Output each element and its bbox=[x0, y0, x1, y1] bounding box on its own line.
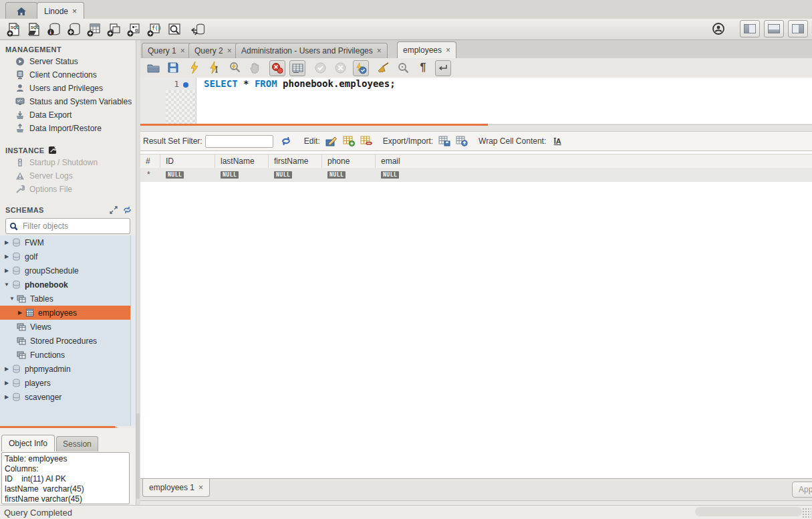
sidebar-item-options-file[interactable]: Options File bbox=[0, 183, 136, 196]
collapse-arrow-icon[interactable]: ▼ bbox=[3, 282, 11, 288]
sidebar-item-server-logs[interactable]: Server Logs bbox=[0, 169, 136, 183]
horizontal-scrollbar-thumb[interactable] bbox=[695, 507, 802, 516]
schema-fwm[interactable]: ▶FWM bbox=[0, 235, 136, 249]
open-file-button[interactable] bbox=[146, 60, 160, 75]
column-header-firstname[interactable]: firstName bbox=[269, 154, 322, 168]
apply-button[interactable]: Apply bbox=[792, 482, 812, 498]
tab-employees[interactable]: employees × bbox=[397, 41, 456, 58]
explain-plan-button[interactable] bbox=[227, 60, 242, 75]
open-sql-script-button[interactable]: SQL bbox=[24, 21, 44, 38]
edit-cell-button[interactable] bbox=[324, 134, 339, 148]
folder-functions[interactable]: Functions bbox=[0, 348, 136, 362]
sidebar-item-client-connections[interactable]: Client Connections bbox=[0, 68, 136, 82]
home-tab[interactable] bbox=[5, 2, 37, 19]
close-icon[interactable]: × bbox=[377, 46, 382, 56]
tab-session[interactable]: Session bbox=[56, 436, 98, 451]
schema-groupschedule[interactable]: ▶groupSchedule bbox=[0, 264, 136, 278]
refresh-schemas-icon[interactable] bbox=[123, 206, 132, 214]
expand-arrow-icon[interactable]: ▶ bbox=[3, 366, 11, 372]
schema-players[interactable]: ▶players bbox=[0, 376, 136, 390]
column-header-rownum[interactable]: # bbox=[140, 154, 160, 168]
close-icon[interactable]: × bbox=[198, 483, 203, 492]
search-table-data-button[interactable] bbox=[164, 21, 184, 38]
null-value-badge[interactable]: NULL bbox=[327, 171, 346, 179]
limit-rows-button[interactable] bbox=[289, 60, 305, 76]
sidebar-item-data-import[interactable]: Data Import/Restore bbox=[0, 122, 136, 135]
null-value-badge[interactable]: NULL bbox=[166, 171, 184, 179]
expand-schemas-icon[interactable] bbox=[110, 206, 118, 214]
expand-arrow-icon[interactable]: ▶ bbox=[3, 253, 11, 260]
schema-phpmyadmin[interactable]: ▶phpmyadmin bbox=[0, 362, 136, 376]
sql-editor[interactable]: 1 SELECT * FROM phonebook.employees; bbox=[140, 78, 812, 124]
tab-administration[interactable]: Administration - Users and Privileges × bbox=[235, 43, 388, 58]
create-schema-button[interactable] bbox=[64, 21, 84, 38]
schema-scavenger[interactable]: ▶scavenger bbox=[0, 390, 136, 404]
expand-arrow-icon[interactable]: ▶ bbox=[3, 394, 11, 400]
create-table-button[interactable] bbox=[84, 21, 104, 38]
new-sql-tab-button[interactable]: SQL bbox=[4, 21, 24, 38]
close-icon[interactable]: × bbox=[446, 45, 450, 55]
reconnect-dbms-button[interactable] bbox=[188, 21, 209, 38]
delete-row-button[interactable] bbox=[359, 134, 374, 148]
expand-arrow-icon[interactable]: ▶ bbox=[3, 380, 11, 386]
toggle-invisible-chars-button[interactable]: ¶ bbox=[416, 60, 430, 75]
expand-arrow-icon[interactable]: ▶ bbox=[3, 268, 11, 274]
add-row-button[interactable] bbox=[342, 134, 356, 148]
rollback-button[interactable] bbox=[333, 60, 348, 75]
import-records-button[interactable] bbox=[454, 134, 469, 148]
execute-current-statement-button[interactable] bbox=[207, 60, 222, 75]
find-button[interactable] bbox=[396, 60, 410, 75]
null-value-badge[interactable]: NULL bbox=[381, 171, 399, 179]
tab-object-info[interactable]: Object Info bbox=[1, 435, 55, 451]
stop-query-button[interactable] bbox=[247, 60, 262, 75]
tab-query-1[interactable]: Query 1 × bbox=[142, 43, 191, 58]
column-header-lastname[interactable]: lastName bbox=[215, 154, 269, 168]
close-icon[interactable]: × bbox=[72, 7, 77, 16]
sidebar-item-users-privileges[interactable]: Users and Privileges bbox=[0, 82, 136, 95]
tree-scrollbar[interactable] bbox=[130, 235, 136, 426]
collapse-arrow-icon[interactable]: ▼ bbox=[8, 296, 16, 302]
schema-phonebook[interactable]: ▼phonebook bbox=[0, 278, 136, 292]
create-function-button[interactable]: f() bbox=[144, 21, 164, 38]
toggle-autocommit-button[interactable] bbox=[353, 60, 369, 76]
tab-result-employees-1[interactable]: employees 1 × bbox=[142, 479, 210, 497]
close-icon[interactable]: × bbox=[227, 46, 232, 56]
column-header-email[interactable]: email bbox=[376, 154, 812, 168]
close-icon[interactable]: × bbox=[180, 46, 185, 56]
sidebar-item-data-export[interactable]: Data Export bbox=[0, 108, 136, 122]
folder-views[interactable]: Views bbox=[0, 320, 136, 334]
new-row-placeholder[interactable]: * NULL NULL NULL NULL NULL bbox=[140, 168, 812, 182]
connection-tab[interactable]: Linode × bbox=[37, 2, 84, 19]
toggle-left-panel-button[interactable] bbox=[740, 20, 760, 37]
refresh-results-icon[interactable] bbox=[279, 134, 293, 148]
result-filter-input[interactable] bbox=[205, 135, 273, 148]
export-results-button[interactable] bbox=[437, 134, 452, 148]
column-header-id[interactable]: ID bbox=[160, 154, 215, 168]
sidebar-item-startup-shutdown[interactable]: Startup / Shutdown bbox=[0, 156, 136, 169]
sidebar-item-server-status[interactable]: Server Status bbox=[0, 55, 136, 68]
schema-golf[interactable]: ▶golf bbox=[0, 249, 136, 264]
table-employees[interactable]: ▶employees bbox=[0, 306, 136, 320]
execute-query-button[interactable] bbox=[187, 60, 202, 75]
panel-divider-grip[interactable] bbox=[136, 413, 140, 499]
resize-grip[interactable] bbox=[802, 508, 811, 518]
toggle-right-panel-button[interactable] bbox=[788, 20, 808, 37]
null-value-badge[interactable]: NULL bbox=[221, 171, 239, 179]
toggle-bottom-panel-button[interactable] bbox=[764, 20, 784, 37]
inspect-database-button[interactable]: i bbox=[44, 21, 64, 38]
sidebar-item-status-system-variables[interactable]: Status and System Variables bbox=[0, 95, 136, 108]
create-view-button[interactable] bbox=[104, 21, 124, 38]
toggle-word-wrap-button[interactable] bbox=[435, 60, 451, 76]
column-header-phone[interactable]: phone bbox=[322, 154, 376, 168]
beautify-query-button[interactable] bbox=[376, 60, 390, 75]
folder-stored-procedures[interactable]: Stored Procedures bbox=[0, 334, 136, 348]
toggle-stop-on-error-button[interactable] bbox=[269, 60, 285, 76]
wrap-cell-content-button[interactable]: ĪA bbox=[550, 134, 565, 148]
null-value-badge[interactable]: NULL bbox=[274, 171, 292, 179]
sql-code-line[interactable]: SELECT * FROM phonebook.employees; bbox=[204, 78, 396, 89]
save-script-button[interactable] bbox=[166, 60, 180, 75]
expand-arrow-icon[interactable]: ▶ bbox=[3, 239, 11, 245]
commit-button[interactable] bbox=[313, 60, 327, 75]
tab-query-2[interactable]: Query 2 × bbox=[188, 43, 238, 58]
expand-arrow-icon[interactable]: ▶ bbox=[16, 310, 24, 316]
